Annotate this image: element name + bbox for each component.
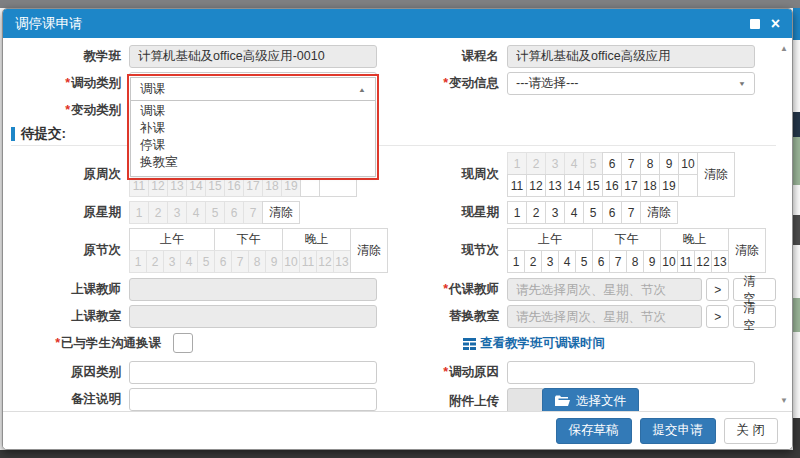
close-button[interactable]: 关 闭 (724, 418, 778, 444)
backdrop-block (793, 215, 800, 245)
communicated-checkbox[interactable] (173, 333, 193, 353)
replace-classroom-label: 替换教室 (403, 305, 507, 328)
week-cell: 2 (526, 152, 546, 175)
course-name-label: 课程名 (403, 45, 507, 68)
day-cell[interactable]: 4 (564, 201, 584, 224)
transfer-category-select[interactable]: 调课 ▲ (130, 77, 376, 101)
view-schedule-link[interactable]: 查看教学班可调课时间 (463, 335, 605, 352)
calendar-grid-icon (463, 338, 476, 350)
week-cell[interactable]: 14 (564, 174, 584, 197)
choose-file-button[interactable]: 选择文件 (542, 388, 639, 411)
pending-section-title: 待提交: (21, 125, 66, 143)
week-cell[interactable]: 8 (640, 152, 660, 175)
substitute-teacher-picker-button[interactable]: > (706, 278, 729, 301)
dialog-body: ▲ ▼ 教学班 课程名 *调动类别 *变动信息 ---请选择--- (3, 38, 792, 411)
period-cell[interactable]: 2 (524, 250, 542, 273)
week-cell[interactable]: 7 (621, 152, 641, 175)
period-header-cell: 上午 (129, 228, 215, 251)
day-cell[interactable]: 5 (583, 201, 603, 224)
dialog-class-adjustment: 调停课申请 × ▲ ▼ 教学班 课程名 *调动类别 * (2, 8, 793, 450)
clear-button[interactable]: 清除 (640, 201, 678, 224)
page-background-bottom (0, 450, 800, 458)
period-cell: 1 (129, 250, 147, 273)
new-week-label: 现周次 (403, 152, 507, 197)
day-cell[interactable]: 7 (621, 201, 641, 224)
close-icon[interactable]: × (771, 16, 780, 32)
change-info-select[interactable]: ---请选择--- ▼ (507, 72, 755, 95)
week-cell[interactable]: 6 (602, 152, 622, 175)
period-header-cell: 下午 (592, 228, 661, 251)
day-cell[interactable]: 2 (526, 201, 546, 224)
required-marker: * (55, 336, 60, 350)
transfer-category-value: 调课 (140, 81, 165, 98)
day-cell: 3 (167, 201, 187, 224)
chevron-up-icon: ▲ (358, 85, 366, 92)
save-draft-button[interactable]: 保存草稿 (556, 418, 632, 444)
week-cell[interactable]: 17 (621, 174, 641, 197)
period-cell: 9 (265, 250, 283, 273)
week-cell[interactable]: 11 (507, 174, 527, 197)
dialog-titlebar: 调停课申请 × (3, 9, 792, 38)
clear-button[interactable]: 清除 (262, 201, 300, 224)
transfer-reason-input[interactable] (507, 361, 755, 384)
week-cell[interactable]: 15 (583, 174, 603, 197)
old-period-grid: 上午下午晚上12345678910111213清除 (129, 228, 388, 273)
period-cell[interactable]: 9 (643, 250, 661, 273)
required-marker: * (443, 365, 448, 379)
dropdown-option[interactable]: 调课 (131, 103, 375, 120)
clear-button[interactable]: 清除 (697, 152, 735, 197)
period-cell[interactable]: 11 (677, 250, 695, 273)
period-cell[interactable]: 1 (507, 250, 525, 273)
minimize-icon[interactable] (750, 19, 760, 29)
dropdown-option[interactable]: 停课 (131, 137, 375, 154)
scroll-up-icon[interactable]: ▲ (780, 44, 788, 53)
dropdown-option[interactable]: 换教室 (131, 154, 375, 171)
period-cell: 3 (163, 250, 181, 273)
choose-file-text: 选择文件 (576, 393, 626, 410)
substitute-teacher-label: *代课教师 (403, 278, 507, 301)
backdrop-block (793, 298, 800, 332)
required-marker: * (443, 76, 448, 90)
day-cell: 2 (148, 201, 168, 224)
period-header-cell: 晚上 (282, 228, 351, 251)
day-cell[interactable]: 1 (507, 201, 527, 224)
replace-classroom-picker-button[interactable]: > (706, 305, 729, 328)
classroom-label: 上课教室 (11, 305, 129, 328)
replace-classroom-clear-button[interactable]: 清空 (733, 305, 776, 328)
reason-category-label: 原因类别 (11, 361, 129, 384)
dropdown-option[interactable]: 补课 (131, 120, 375, 137)
period-header-cell: 晚上 (660, 228, 729, 251)
week-cell[interactable]: 16 (602, 174, 622, 197)
scroll-down-icon[interactable]: ▼ (780, 396, 788, 405)
period-cell[interactable]: 10 (660, 250, 678, 273)
backdrop-block (793, 418, 800, 450)
week-cell[interactable]: 19 (659, 174, 679, 197)
clear-button[interactable]: 清除 (350, 228, 388, 273)
week-cell[interactable]: 12 (526, 174, 546, 197)
week-cell[interactable]: 13 (545, 174, 565, 197)
period-cell[interactable]: 12 (694, 250, 712, 273)
reason-category-input[interactable] (129, 361, 377, 384)
blank-cell (678, 174, 698, 197)
old-day-label: 原星期 (11, 201, 129, 224)
week-cell[interactable]: 18 (640, 174, 660, 197)
week-cell[interactable]: 9 (659, 152, 679, 175)
period-cell[interactable]: 13 (711, 250, 729, 273)
day-cell[interactable]: 3 (545, 201, 565, 224)
period-cell[interactable]: 7 (609, 250, 627, 273)
period-cell[interactable]: 6 (592, 250, 610, 273)
period-cell: 8 (248, 250, 266, 273)
new-day-label: 现星期 (403, 201, 507, 224)
day-cell: 1 (129, 201, 149, 224)
substitute-teacher-clear-button[interactable]: 清空 (733, 278, 776, 301)
submit-button[interactable]: 提交申请 (640, 418, 716, 444)
pending-section-header: 待提交: (11, 125, 776, 143)
period-cell[interactable]: 3 (541, 250, 559, 273)
period-cell[interactable]: 4 (558, 250, 576, 273)
day-cell[interactable]: 6 (602, 201, 622, 224)
week-cell[interactable]: 10 (678, 152, 698, 175)
clear-button[interactable]: 清除 (728, 228, 766, 273)
period-cell[interactable]: 8 (626, 250, 644, 273)
remark-input[interactable] (129, 388, 377, 411)
period-cell[interactable]: 5 (575, 250, 593, 273)
